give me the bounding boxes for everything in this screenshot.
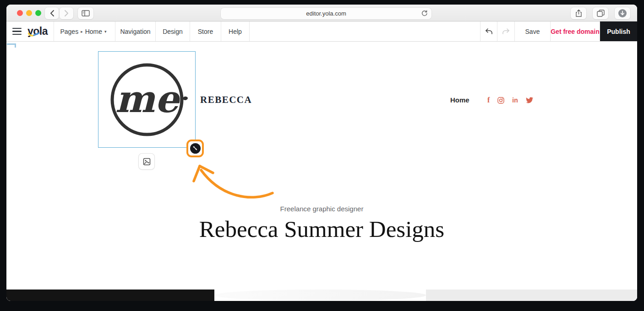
yola-logo[interactable]: yola	[27, 25, 48, 38]
chevron-down-icon: ▾	[104, 29, 107, 34]
browser-window: editor.yola.com	[6, 5, 637, 301]
editor-canvas: me REBECCA Home f in	[6, 42, 637, 301]
tabs-icon	[597, 10, 605, 17]
menu-icon[interactable]	[12, 28, 22, 35]
get-free-domain-button[interactable]: Get free domain	[551, 21, 600, 41]
facebook-icon[interactable]: f	[487, 96, 490, 104]
site-section-gray	[426, 290, 637, 301]
logo-selection-box[interactable]: me	[98, 51, 196, 148]
save-button[interactable]: Save	[515, 21, 551, 41]
share-icon	[575, 9, 582, 17]
downloads-button[interactable]	[615, 7, 630, 19]
tab-design[interactable]: Design	[156, 21, 190, 41]
tab-navigation[interactable]: Navigation	[115, 21, 156, 41]
linkedin-icon[interactable]: in	[512, 97, 518, 104]
tab-overview-button[interactable]	[593, 7, 608, 19]
site-logo-image[interactable]: me	[108, 61, 186, 139]
instagram-icon[interactable]	[497, 97, 504, 104]
reload-icon[interactable]	[421, 10, 428, 17]
undo-button[interactable]	[480, 21, 497, 41]
site-heading[interactable]: Rebecca Summer Designs	[6, 216, 637, 242]
minimize-window-button[interactable]	[26, 10, 32, 16]
chevron-right-icon: ▸	[81, 29, 83, 34]
tab-help[interactable]: Help	[221, 21, 250, 41]
redo-icon	[502, 28, 510, 35]
sidebar-icon	[82, 10, 90, 16]
social-links: f in	[487, 96, 533, 104]
close-window-button[interactable]	[17, 10, 23, 16]
zoom-window-button[interactable]	[35, 10, 41, 16]
brand-zone: yola	[6, 21, 54, 41]
forward-button[interactable]	[60, 7, 73, 19]
site-section-light	[214, 290, 426, 301]
resize-handle[interactable]	[190, 143, 201, 154]
site-brand-text[interactable]: REBECCA	[200, 94, 252, 106]
undo-icon	[485, 28, 493, 35]
site-nav-home[interactable]: Home	[450, 96, 469, 104]
url-text: editor.yola.com	[306, 10, 346, 17]
image-widget-button[interactable]	[139, 154, 154, 169]
back-button[interactable]	[45, 7, 59, 19]
site-subtitle[interactable]: Freelance graphic designer	[6, 205, 637, 213]
page-corner-marker	[7, 43, 16, 48]
pages-menu[interactable]: Pages ▸ Home ▾	[54, 21, 115, 41]
editor-toolbar: yola Pages ▸ Home ▾ Navigation Design St…	[6, 21, 637, 42]
yola-logo-swoosh	[28, 32, 40, 37]
share-button[interactable]	[571, 7, 586, 19]
sidebar-toggle-button[interactable]	[78, 7, 93, 19]
redo-button[interactable]	[497, 21, 515, 41]
annotation-arrow	[186, 160, 277, 201]
address-bar[interactable]: editor.yola.com	[221, 8, 431, 19]
annotation-highlight-box	[186, 139, 204, 157]
toolbar-spacer	[250, 21, 480, 41]
svg-text:me: me	[115, 77, 180, 121]
publish-button[interactable]: Publish	[600, 21, 637, 41]
twitter-icon[interactable]	[526, 97, 533, 103]
tab-store[interactable]: Store	[190, 21, 221, 41]
resize-diagonal-icon	[192, 145, 198, 151]
browser-titlebar: editor.yola.com	[6, 5, 637, 21]
pages-label: Pages	[60, 28, 78, 35]
download-icon	[618, 9, 627, 18]
current-page-label: Home	[85, 28, 102, 35]
image-icon	[143, 158, 151, 166]
site-section-dark	[6, 290, 214, 301]
